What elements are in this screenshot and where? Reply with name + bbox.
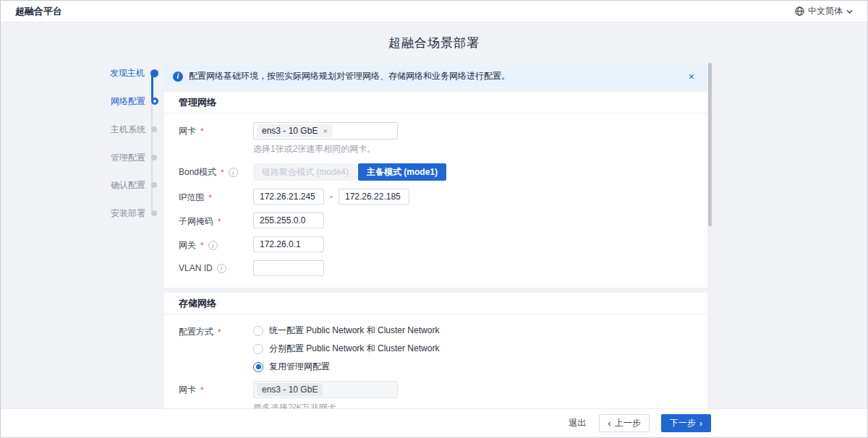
stepper-item-install-deploy[interactable]: 安装部署 <box>111 208 158 218</box>
bond-mode-row: Bond模式* i 链路聚合模式 (mode4) 主备模式 (mode1) <box>179 163 693 181</box>
radio-icon-checked <box>253 362 263 372</box>
step-label: 安装部署 <box>111 207 145 220</box>
radio-label: 统一配置 Public Network 和 Cluster Network <box>269 325 439 337</box>
vlan-input[interactable] <box>253 260 324 276</box>
required-mark: * <box>208 193 212 203</box>
tag-remove-icon[interactable]: × <box>323 126 327 135</box>
info-tooltip-icon[interactable]: i <box>208 241 218 250</box>
ip-range-end-input[interactable] <box>339 189 409 205</box>
gateway-row: 网关* i <box>179 236 693 252</box>
chevron-right-icon: › <box>699 418 702 428</box>
ip-range-row: IP范围* - <box>179 189 693 205</box>
info-tooltip-icon[interactable]: i <box>229 168 238 177</box>
step-label: 管理配置 <box>111 152 145 164</box>
config-mode-radio-group: 统一配置 Public Network 和 Cluster Network 分别… <box>253 323 439 373</box>
required-mark: * <box>218 217 221 227</box>
required-mark: * <box>221 168 224 178</box>
exit-button[interactable]: 退出 <box>567 414 587 432</box>
nic-select[interactable]: ens3 - 10 GbE × <box>253 122 398 139</box>
management-network-card: 管理网络 网卡* ens3 - 10 GbE × 选择1张或2张速率相同的网 <box>164 92 707 288</box>
wizard-footer: 退出 ‹ 上一步 下一步 › <box>1 408 867 437</box>
globe-icon <box>795 7 804 16</box>
stepper-item-host-system[interactable]: 主机系统 <box>111 124 158 134</box>
required-mark: * <box>200 126 204 137</box>
app-brand: 超融合平台 <box>15 5 62 18</box>
radio-separate-config[interactable]: 分别配置 Public Network 和 Cluster Network <box>253 343 439 355</box>
vlan-row: VLAN ID i <box>179 260 693 276</box>
chevron-left-icon: ‹ <box>608 418 610 428</box>
required-mark: * <box>200 385 204 395</box>
vlan-label: VLAN ID i <box>179 260 253 273</box>
radio-label: 复用管理网配置 <box>269 361 330 373</box>
step-label: 网络配置 <box>111 95 145 108</box>
subnet-mask-label: 子网掩码* <box>179 212 253 228</box>
scrollbar-thumb[interactable] <box>708 63 712 226</box>
radio-icon <box>253 344 263 354</box>
chevron-down-icon <box>846 9 853 14</box>
radio-reuse-management[interactable]: 复用管理网配置 <box>253 361 439 373</box>
gateway-label: 网关* i <box>179 236 253 252</box>
step-label: 发现主机 <box>110 67 145 80</box>
subnet-mask-input[interactable] <box>253 212 324 228</box>
config-mode-row: 配置方式* 统一配置 Public Network 和 Cluster Netw… <box>179 323 693 373</box>
nic-row: 网卡* ens3 - 10 GbE × 选择1张或2张速率相同的网卡。 <box>179 122 693 155</box>
step-dot-pending <box>151 155 157 160</box>
stepper-item-confirm-config[interactable]: 确认配置 <box>111 180 158 190</box>
wizard-stepper: 发现主机 网络配置 主机系统 管理配置 确认配置 安装部署 <box>1 1 164 437</box>
banner-close-icon[interactable]: × <box>684 72 699 82</box>
required-mark: * <box>218 327 221 338</box>
management-network-title: 管理网络 <box>164 92 707 113</box>
bond-mode4-button[interactable]: 链路聚合模式 (mode4) <box>253 163 357 181</box>
info-banner-text: 配置网络基础环境，按照实际网络规划对管理网络、存储网络和业务网络进行配置。 <box>189 70 678 82</box>
language-label: 中文简体 <box>808 5 843 17</box>
stepper-item-discover-hosts[interactable]: 发现主机 <box>110 68 158 78</box>
bond-mode-group: 链路聚合模式 (mode4) 主备模式 (mode1) <box>253 163 446 181</box>
wizard-content: i 配置网络基础环境，按照实际网络规划对管理网络、存储网络和业务网络进行配置。 … <box>164 66 707 431</box>
storage-nic-select-disabled: ens3 - 10 GbE <box>253 381 398 398</box>
radio-label: 分别配置 Public Network 和 Cluster Network <box>269 343 439 355</box>
gateway-input[interactable] <box>253 236 324 252</box>
stepper-item-network-config[interactable]: 网络配置 <box>111 96 158 106</box>
bond-mode1-button[interactable]: 主备模式 (mode1) <box>358 163 446 181</box>
step-label: 确认配置 <box>111 179 145 192</box>
ip-range-label: IP范围* <box>179 189 253 204</box>
ip-range-start-input[interactable] <box>253 189 324 205</box>
storage-network-title: 存储网络 <box>164 293 707 314</box>
step-dot-done <box>150 69 158 77</box>
storage-nic-tag: ens3 - 10 GbE <box>257 383 323 396</box>
required-mark: * <box>200 241 204 251</box>
radio-icon <box>253 326 263 336</box>
nic-tag: ens3 - 10 GbE × <box>257 124 333 137</box>
nic-hint: 选择1张或2张速率相同的网卡。 <box>253 143 398 155</box>
storage-nic-label: 网卡* <box>179 381 253 396</box>
next-step-button[interactable]: 下一步 › <box>661 414 711 432</box>
info-icon: i <box>173 72 183 82</box>
step-dot-pending <box>151 182 157 188</box>
nic-label: 网卡* <box>179 122 253 137</box>
bond-mode-label: Bond模式* i <box>179 163 253 179</box>
step-dot-pending <box>151 126 157 132</box>
radio-unified-config[interactable]: 统一配置 Public Network 和 Cluster Network <box>253 325 439 337</box>
storage-network-card: 存储网络 配置方式* 统一配置 Public Network 和 Cluster… <box>164 293 707 426</box>
deployment-wizard-window: 超融合平台 中文简体 超融合场景部署 发现主机 网络配置 主机系统 <box>0 0 868 438</box>
subnet-mask-row: 子网掩码* <box>179 212 693 228</box>
top-bar: 超融合平台 中文简体 <box>1 1 867 22</box>
config-mode-label: 配置方式* <box>179 323 253 338</box>
language-switcher[interactable]: 中文简体 <box>795 5 853 17</box>
info-banner: i 配置网络基础环境，按照实际网络规划对管理网络、存储网络和业务网络进行配置。 … <box>164 66 707 87</box>
range-separator: - <box>330 192 333 202</box>
step-dot-current <box>151 98 158 105</box>
stepper-item-management-config[interactable]: 管理配置 <box>111 153 158 163</box>
step-label: 主机系统 <box>111 124 145 136</box>
info-tooltip-icon[interactable]: i <box>217 264 226 273</box>
prev-step-button[interactable]: ‹ 上一步 <box>599 414 649 432</box>
step-dot-pending <box>151 210 157 216</box>
